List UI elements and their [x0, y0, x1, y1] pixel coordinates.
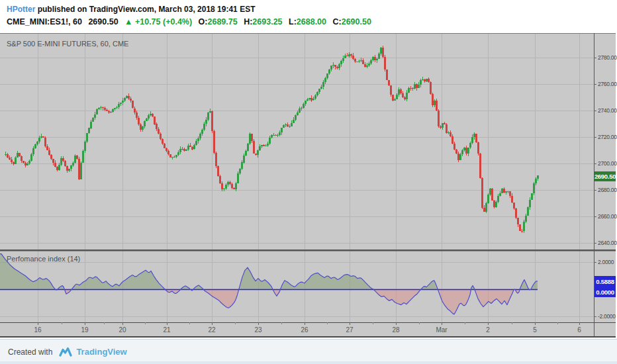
indicator-value-badge: 0.5888 [594, 276, 616, 287]
change-arrow-icon: ▲ [124, 17, 132, 26]
time-axis[interactable] [0, 322, 594, 336]
author-link[interactable]: HPotter [7, 5, 35, 14]
close-label: C: [333, 17, 342, 26]
indicator-label[interactable]: Perfomance index (14) [7, 255, 80, 263]
symbol-line: CME_MINI:ES1!, 60 2690.50 ▲ +10.75 (+0.4… [7, 17, 371, 26]
pane-separator [0, 250, 616, 251]
publish-line: HPotter published on TradingView.com, Ma… [7, 5, 255, 14]
low-label: L: [289, 17, 297, 26]
high-label: H: [244, 17, 252, 26]
chart-background [0, 33, 616, 338]
snapshot-footer: Created with TradingView [0, 339, 617, 364]
bottom-strip [0, 361, 617, 364]
chart-canvas[interactable]: 2780.002760.002740.002720.002700.002680.… [0, 33, 617, 339]
tradingview-logo-icon [59, 347, 72, 357]
symbol-interval: CME_MINI:ES1!, 60 [7, 17, 82, 26]
close-value: 2690.50 [342, 17, 371, 26]
created-with-text: Created with [8, 347, 52, 357]
low-value: 2688.00 [297, 17, 326, 26]
open-value: 2689.75 [207, 17, 237, 26]
published-text: published on TradingView.com, March 03, … [38, 5, 256, 14]
tradingview-snapshot: HPotter published on TradingView.com, Ma… [0, 0, 617, 364]
snapshot-header: HPotter published on TradingView.com, Ma… [0, 0, 617, 33]
main-pane-title[interactable]: S&P 500 E-MINI FUTURES, 60, CME [7, 40, 128, 48]
last-price-badge: 2690.50 [594, 171, 616, 181]
price-change: +10.75 (+0.4%) [135, 17, 192, 26]
last-price: 2690.50 [88, 17, 118, 26]
indicator-zero-badge: 0.0000 [594, 287, 616, 297]
high-value: 2693.25 [252, 17, 282, 26]
tradingview-link[interactable]: TradingView [76, 347, 126, 357]
open-label: O: [199, 17, 208, 26]
chart-bottom-border [0, 336, 616, 338]
